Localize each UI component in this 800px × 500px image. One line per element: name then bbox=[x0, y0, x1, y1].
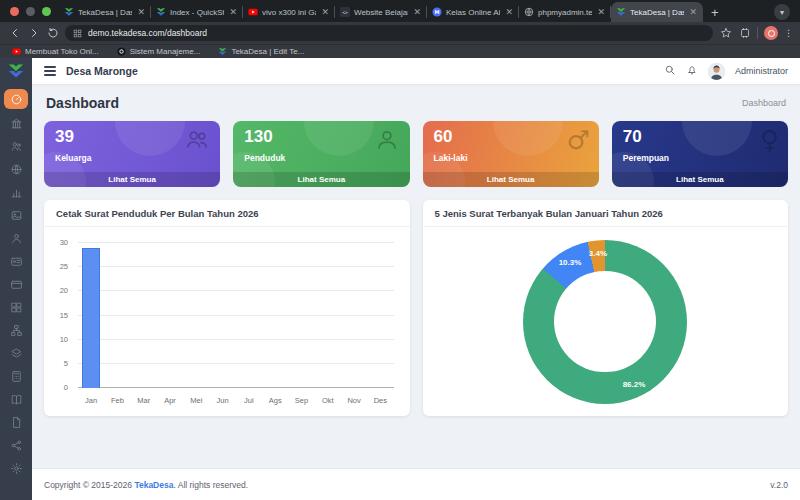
close-tab-icon[interactable]: ✕ bbox=[504, 7, 514, 17]
close-tab-icon[interactable]: ✕ bbox=[320, 7, 330, 17]
bar-chart-title: Cetak Surat Penduduk Per Bulan Tahun 202… bbox=[44, 200, 410, 227]
bar-jan[interactable] bbox=[82, 248, 100, 388]
x-axis-label: Sep bbox=[288, 396, 314, 405]
stat-value: 130 bbox=[244, 127, 272, 147]
stat-value: 60 bbox=[434, 127, 453, 147]
bookmark-label: TekaDesa | Edit Te... bbox=[231, 47, 304, 56]
minimize-window-button[interactable] bbox=[26, 7, 35, 16]
sidebar-item-region[interactable] bbox=[4, 158, 28, 180]
id-card-icon bbox=[10, 255, 23, 268]
sidebar-item-statistics[interactable] bbox=[4, 181, 28, 203]
donut-ring[interactable]: 86.2%10.3%3.4% bbox=[523, 240, 687, 404]
sidebar-item-residents[interactable] bbox=[4, 135, 28, 157]
sidebar-item-gallery[interactable] bbox=[4, 204, 28, 226]
sidebar-item-dashboard[interactable] bbox=[4, 89, 28, 109]
browser-tab[interactable]: vivo x300 ini Ganas Gan✕ bbox=[243, 2, 335, 22]
user-name[interactable]: Administrator bbox=[735, 66, 788, 76]
stat-value: 39 bbox=[55, 127, 74, 147]
bar-chart-panel: Cetak Surat Penduduk Per Bulan Tahun 202… bbox=[44, 200, 410, 416]
tekadesa-favicon-icon bbox=[218, 47, 227, 56]
tab-strip: TekaDesa | Dashboard✕Index - QuickStart … bbox=[0, 0, 800, 22]
app-header: Desa Maronge Administrator bbox=[32, 58, 800, 84]
user-avatar[interactable] bbox=[708, 63, 725, 80]
tab-title: phpmyadmin.test / local bbox=[538, 8, 592, 17]
slice-label: 3.4% bbox=[589, 249, 607, 258]
tab-list-chevron-icon[interactable]: ▾ bbox=[774, 4, 790, 20]
sidebar-item-settings[interactable] bbox=[4, 457, 28, 479]
close-tab-icon[interactable]: ✕ bbox=[412, 7, 422, 17]
x-axis-label: Okt bbox=[315, 396, 341, 405]
book-icon bbox=[10, 393, 23, 406]
sidebar-item-id-card[interactable] bbox=[4, 250, 28, 272]
back-icon[interactable] bbox=[8, 27, 21, 40]
card-icon bbox=[10, 278, 23, 291]
globe-favicon-icon bbox=[524, 7, 534, 17]
lihat-semua-link[interactable]: Lihat Semua bbox=[612, 172, 788, 187]
tekadesa-favicon-icon bbox=[64, 7, 74, 17]
tab-title: Kelas Online AI, UI UX D bbox=[446, 8, 500, 17]
x-axis-label: Jan bbox=[78, 396, 104, 405]
address-bar[interactable]: demo.tekadesa.com/dashboard bbox=[65, 25, 713, 41]
sidebar-item-office[interactable] bbox=[4, 112, 28, 134]
bookmark-item[interactable]: TekaDesa | Edit Te... bbox=[218, 47, 304, 56]
bookmark-star-icon[interactable] bbox=[719, 27, 732, 40]
close-tab-icon[interactable]: ✕ bbox=[688, 7, 698, 17]
donut-chart-panel: 5 Jenis Surat Terbanyak Bulan Januari Ta… bbox=[423, 200, 789, 416]
site-info-icon[interactable] bbox=[73, 29, 82, 38]
dark-circle-favicon-icon bbox=[117, 47, 126, 56]
close-window-button[interactable] bbox=[10, 7, 19, 16]
close-tab-icon[interactable]: ✕ bbox=[228, 7, 238, 17]
lihat-semua-link[interactable]: Lihat Semua bbox=[44, 172, 220, 187]
extensions-icon[interactable] bbox=[738, 27, 751, 40]
bell-icon[interactable] bbox=[686, 62, 698, 80]
tekadesa-link[interactable]: TekaDesa bbox=[134, 480, 173, 490]
building-icon bbox=[10, 117, 23, 130]
breadcrumb: Dashboard bbox=[742, 98, 786, 108]
lihat-semua-link[interactable]: Lihat Semua bbox=[233, 172, 409, 187]
tekadesa-logo bbox=[7, 63, 25, 79]
sidebar-item-network[interactable] bbox=[4, 434, 28, 456]
close-tab-icon[interactable]: ✕ bbox=[136, 7, 146, 17]
browser-tab[interactable]: <>Website Belajar Coding I✕ bbox=[335, 2, 427, 22]
browser-tab[interactable]: TekaDesa | Dashboard✕ bbox=[611, 2, 703, 22]
sidebar-item-letters[interactable] bbox=[4, 273, 28, 295]
reload-icon[interactable] bbox=[46, 27, 59, 40]
browser-profile-avatar[interactable] bbox=[764, 26, 778, 40]
browser-tab[interactable]: MKelas Online AI, UI UX D✕ bbox=[427, 2, 519, 22]
browser-tab[interactable]: Index - QuickStart Boots✕ bbox=[151, 2, 243, 22]
browser-tab[interactable]: phpmyadmin.test / local✕ bbox=[519, 2, 611, 22]
sidebar-item-finance[interactable] bbox=[4, 365, 28, 387]
browser-menu-icon[interactable]: ⋮ bbox=[784, 31, 792, 35]
x-axis-label: Des bbox=[367, 396, 393, 405]
bar-chart: 051015202530JanFebMarAprMeiJunJulAgsSepO… bbox=[44, 227, 410, 416]
browser-tab[interactable]: TekaDesa | Dashboard✕ bbox=[59, 2, 151, 22]
menu-toggle-icon[interactable] bbox=[44, 66, 56, 76]
browser-toolbar: demo.tekadesa.com/dashboard ⋮ bbox=[0, 22, 800, 44]
sidebar-item-reports[interactable] bbox=[4, 388, 28, 410]
bookmark-item[interactable]: Membuat Toko Onl... bbox=[12, 47, 99, 56]
x-axis-label: Feb bbox=[104, 396, 130, 405]
sidebar-item-profile[interactable] bbox=[4, 227, 28, 249]
users-icon bbox=[10, 140, 23, 153]
stat-card-keluarga: 39KeluargaLihat Semua bbox=[44, 121, 220, 187]
sidebar-item-services[interactable] bbox=[4, 342, 28, 364]
lihat-semua-link[interactable]: Lihat Semua bbox=[423, 172, 599, 187]
sidebar-item-archive[interactable] bbox=[4, 296, 28, 318]
forward-icon[interactable] bbox=[27, 27, 40, 40]
sidebar-item-structure[interactable] bbox=[4, 319, 28, 341]
sidebar-item-documents[interactable] bbox=[4, 411, 28, 433]
bookmark-label: Sistem Manajeme... bbox=[130, 47, 201, 56]
x-axis-label: Jun bbox=[209, 396, 235, 405]
user-icon bbox=[10, 232, 23, 245]
close-tab-icon[interactable]: ✕ bbox=[596, 7, 606, 17]
copyright-text: Copyright © 2015-2026 TekaDesa. All righ… bbox=[44, 480, 248, 490]
calculator-icon bbox=[10, 370, 23, 383]
maximize-window-button[interactable] bbox=[42, 7, 51, 16]
search-icon[interactable] bbox=[664, 62, 676, 80]
y-axis-tick: 10 bbox=[60, 335, 68, 344]
bookmark-item[interactable]: Sistem Manajeme... bbox=[117, 47, 201, 56]
image-icon bbox=[10, 209, 23, 222]
new-tab-button[interactable]: + bbox=[703, 2, 727, 22]
tekadesa-favicon-icon bbox=[156, 7, 166, 17]
donut-chart-title: 5 Jenis Surat Terbanyak Bulan Januari Ta… bbox=[423, 200, 789, 227]
